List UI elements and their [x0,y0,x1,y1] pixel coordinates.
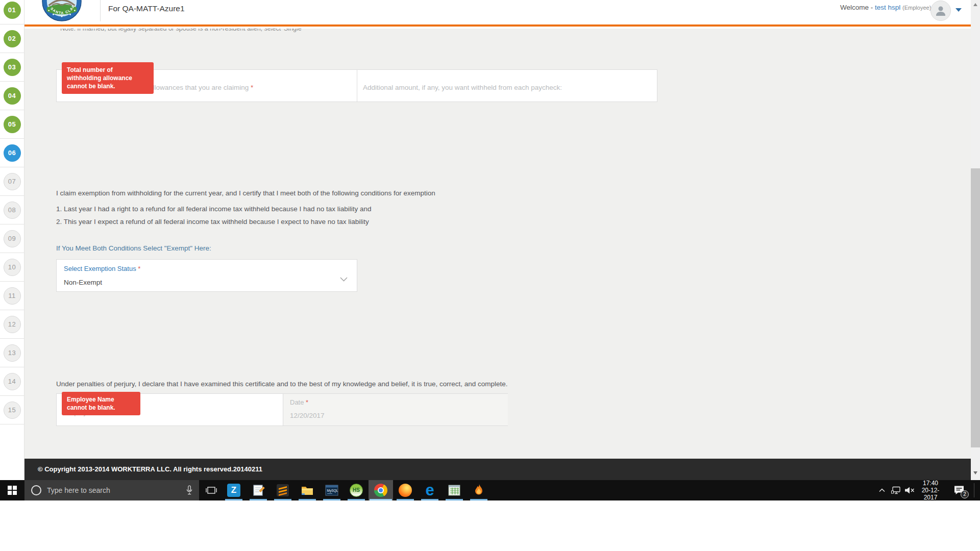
select-value: Non-Exempt [64,279,102,286]
step-number: 08 [4,202,21,219]
running-indicator [421,499,438,500]
step-number: 12 [4,316,21,333]
sidebar-step-14[interactable]: 14 [0,367,24,396]
user-name-link[interactable]: test hspl [875,4,900,11]
step-number: 06 [4,144,21,162]
heidisql-icon: HS [350,484,363,497]
sidebar-step-09[interactable]: 09 [0,224,24,253]
sidebar-step-12[interactable]: 12 [0,310,24,339]
running-indicator [348,499,365,500]
wizard-steps: 010203040506070809101112131415 [0,0,24,424]
sublime-text-icon [276,484,289,497]
sidebar-step-06[interactable]: 06 [0,139,24,167]
perjury-statement: Under penalties of perjury, I declare th… [56,380,507,388]
tray-date: 20-12-2017 [916,487,945,501]
svg-text:MySQL: MySQL [327,489,338,493]
file-explorer-icon [301,484,314,497]
active-indicator [370,499,392,500]
tray-network[interactable] [889,480,903,500]
sidebar-step-05[interactable]: 05 [0,110,24,139]
required-asterisk: * [138,265,140,272]
taskbar-app-spreadsheet-viewer[interactable] [442,480,467,500]
running-indicator [323,499,340,500]
taskbar-search[interactable] [24,480,199,500]
user-role: (Employee) [902,5,931,11]
sidebar-step-13[interactable]: 13 [0,339,24,367]
user-avatar[interactable] [930,1,951,21]
running-indicator [250,499,267,500]
date-value: 12/20/2017 [290,412,325,419]
running-indicator [446,499,463,500]
additional-amount-input[interactable]: Additional amount, if any, you want with… [363,84,562,91]
task-view-button[interactable] [201,480,222,500]
step-number: 13 [4,344,21,362]
page-title: For QA-MATT-Azure1 [108,4,185,13]
santa-clara-seal-logo: SANTA CLARA [42,0,82,21]
search-input[interactable] [47,486,164,494]
tray-volume-muted[interactable] [902,480,917,500]
tray-clock[interactable]: 17:40 20-12-2017 [916,480,945,500]
sidebar-step-07[interactable]: 07 [0,167,24,196]
date-label: Date * [290,398,308,406]
exempt-select-prompt: If You Meet Both Conditions Select "Exem… [56,244,211,252]
step-number: 01 [4,2,21,19]
task-view-icon [206,486,217,494]
taskbar-app-firebird[interactable] [467,480,491,500]
notification-count-badge: 2 [961,490,969,498]
spreadsheet-icon [448,484,461,497]
sidebar-step-11[interactable]: 11 [0,282,24,310]
taskbar-app-edge[interactable]: e [418,480,442,500]
scrollbar-thumb[interactable] [971,168,980,447]
sidebar-step-08[interactable]: 08 [0,196,24,224]
sidebar-step-01[interactable]: 01 [0,0,24,24]
taskbar-app-heidisql[interactable]: HS [344,480,369,500]
step-number: 14 [4,373,21,390]
taskbar-app-notepad[interactable] [246,480,271,500]
sidebar-step-03[interactable]: 03 [0,53,24,82]
step-number: 10 [4,259,21,276]
show-desktop-divider[interactable] [974,483,974,497]
sidebar-step-04[interactable]: 04 [0,82,24,110]
speaker-mute-icon [904,487,915,494]
welcome-prefix: Welcome - [840,4,873,11]
step-number: 15 [4,402,21,419]
step-number: 11 [4,287,21,305]
vertical-scrollbar[interactable] [971,0,980,480]
date-field-disabled: Date * 12/20/2017 [283,394,508,425]
user-menu-caret-icon[interactable] [955,8,962,12]
sidebar-step-15[interactable]: 15 [0,396,24,424]
windows-logo-icon [8,486,17,495]
microphone-icon[interactable] [180,480,199,500]
windows-taskbar: Z MySQ [0,480,980,500]
field-divider [357,70,357,102]
step-number: 02 [4,30,21,47]
running-indicator [397,499,414,500]
taskbar-app-chrome[interactable] [369,480,393,500]
step-number: 09 [4,230,21,247]
employee-name-error-tooltip: Employee Name cannot be blank. [62,392,140,415]
marital-note-clipped: Note: If married, but legally separated … [60,29,303,33]
cortana-icon [31,485,41,495]
wizard-sidebar: 010203040506070809101112131415 [0,0,24,480]
running-indicator [470,499,487,500]
sidebar-step-02[interactable]: 02 [0,24,24,53]
scroll-up-arrow-icon[interactable] [973,3,977,6]
taskbar-app-firefox[interactable] [393,480,418,500]
step-number: 05 [4,116,21,133]
taskbar-app-sublime-text[interactable] [271,480,295,500]
scroll-down-arrow-icon[interactable] [973,471,977,474]
taskbar-app-mysql-console[interactable]: MySQL [320,480,344,500]
taskbar-app-file-explorer[interactable] [295,480,320,500]
exemption-condition-2: 2. This year I expect a refund of all fe… [56,218,369,226]
step-number: 03 [4,59,21,76]
exemption-status-select[interactable]: Select Exemption Status * Non-Exempt [56,259,357,292]
tray-show-hidden-icons[interactable] [875,480,889,500]
network-icon [891,486,901,494]
running-indicator [274,499,291,500]
taskbar-app-zoomit[interactable]: Z [222,480,246,500]
required-asterisk: * [251,84,253,91]
exemption-condition-1: 1. Last year I had a right to a refund f… [56,205,372,213]
action-center-button[interactable]: 2 [946,480,972,500]
sidebar-step-10[interactable]: 10 [0,253,24,282]
start-button[interactable] [0,480,24,500]
